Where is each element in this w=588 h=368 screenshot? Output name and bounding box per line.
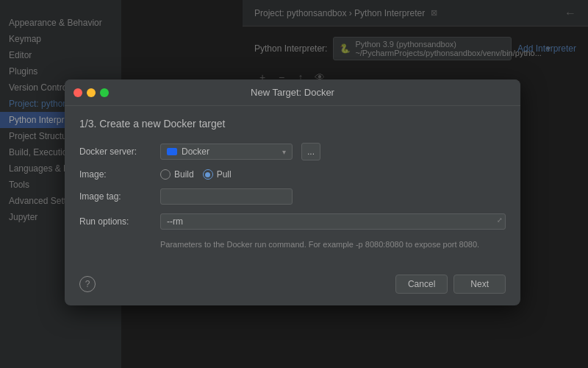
run-options-wrapper: ⤢ bbox=[160, 213, 506, 230]
step-title: 1/3. Create a new Docker target bbox=[79, 118, 506, 130]
docker-server-value: Docker bbox=[182, 146, 209, 157]
image-tag-input[interactable] bbox=[160, 188, 293, 205]
build-label: Build bbox=[174, 169, 194, 180]
three-dots-button[interactable]: ... bbox=[301, 143, 320, 160]
docker-server-row: Docker server: Docker ▾ ... bbox=[79, 143, 506, 160]
image-label: Image: bbox=[79, 169, 160, 180]
docker-server-label: Docker server: bbox=[79, 146, 160, 157]
build-radio-circle[interactable] bbox=[160, 169, 171, 180]
docker-icon bbox=[167, 148, 177, 155]
image-pull-option[interactable]: Pull bbox=[203, 169, 232, 180]
dialog-footer: ? Cancel Next bbox=[65, 266, 520, 305]
dialog-titlebar: New Target: Docker bbox=[65, 79, 520, 106]
docker-server-select[interactable]: Docker ▾ bbox=[160, 144, 293, 160]
image-radio-group: Build Pull bbox=[160, 169, 506, 180]
cancel-button[interactable]: Cancel bbox=[395, 275, 448, 294]
minimize-window-button[interactable] bbox=[87, 88, 96, 97]
new-target-docker-dialog: New Target: Docker 1/3. Create a new Doc… bbox=[65, 79, 520, 305]
run-options-label: Run options: bbox=[79, 216, 160, 227]
pull-label: Pull bbox=[217, 169, 232, 180]
run-options-row: Run options: ⤢ bbox=[79, 213, 506, 230]
help-button[interactable]: ? bbox=[79, 276, 96, 292]
image-build-option[interactable]: Build bbox=[160, 169, 194, 180]
pull-radio-circle[interactable] bbox=[203, 169, 213, 180]
footer-buttons: Cancel Next bbox=[395, 275, 506, 294]
image-row: Image: Build Pull bbox=[79, 169, 506, 180]
dialog-body: 1/3. Create a new Docker target Docker s… bbox=[65, 106, 520, 266]
docker-server-control: Docker ▾ ... bbox=[160, 143, 506, 160]
image-tag-label: Image tag: bbox=[79, 191, 160, 202]
run-options-input[interactable] bbox=[160, 213, 506, 230]
chevron-down-icon: ▾ bbox=[282, 148, 286, 156]
expand-icon[interactable]: ⤢ bbox=[497, 216, 503, 224]
maximize-window-button[interactable] bbox=[100, 88, 109, 97]
dialog-title: New Target: Docker bbox=[251, 87, 334, 98]
close-window-button[interactable] bbox=[74, 88, 82, 97]
next-button[interactable]: Next bbox=[453, 275, 506, 294]
traffic-lights bbox=[74, 88, 109, 97]
image-tag-row: Image tag: bbox=[79, 188, 506, 205]
run-options-hint: Parameters to the Docker run command. Fo… bbox=[160, 238, 506, 251]
